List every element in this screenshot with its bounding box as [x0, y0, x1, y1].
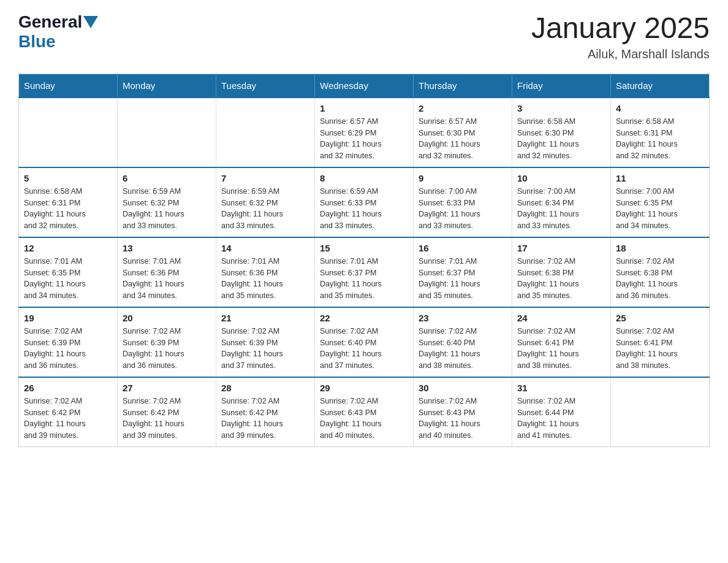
day-info: Sunrise: 6:59 AMSunset: 6:33 PMDaylight:…	[320, 186, 408, 232]
calendar-cell: 21Sunrise: 7:02 AMSunset: 6:39 PMDayligh…	[216, 307, 315, 377]
day-info: Sunrise: 7:02 AMSunset: 6:40 PMDaylight:…	[419, 326, 507, 372]
calendar-cell: 25Sunrise: 7:02 AMSunset: 6:41 PMDayligh…	[611, 307, 710, 377]
calendar-cell: 26Sunrise: 7:02 AMSunset: 6:42 PMDayligh…	[19, 377, 118, 447]
calendar-week-row: 5Sunrise: 6:58 AMSunset: 6:31 PMDaylight…	[19, 167, 710, 237]
calendar-cell: 22Sunrise: 7:02 AMSunset: 6:40 PMDayligh…	[315, 307, 414, 377]
day-info: Sunrise: 6:59 AMSunset: 6:32 PMDaylight:…	[221, 186, 309, 232]
calendar-cell	[216, 98, 315, 167]
day-number: 21	[221, 313, 309, 323]
calendar-cell: 24Sunrise: 7:02 AMSunset: 6:41 PMDayligh…	[512, 307, 611, 377]
day-info: Sunrise: 7:02 AMSunset: 6:43 PMDaylight:…	[419, 396, 507, 442]
day-info: Sunrise: 7:02 AMSunset: 6:39 PMDaylight:…	[24, 326, 112, 372]
calendar-cell: 9Sunrise: 7:00 AMSunset: 6:33 PMDaylight…	[414, 167, 512, 237]
day-of-week-header: Saturday	[611, 74, 710, 98]
calendar-cell: 28Sunrise: 7:02 AMSunset: 6:42 PMDayligh…	[216, 377, 315, 447]
calendar-cell: 17Sunrise: 7:02 AMSunset: 6:38 PMDayligh…	[512, 237, 611, 307]
day-info: Sunrise: 7:02 AMSunset: 6:42 PMDaylight:…	[24, 396, 112, 442]
calendar-cell: 19Sunrise: 7:02 AMSunset: 6:39 PMDayligh…	[19, 307, 118, 377]
calendar-cell: 15Sunrise: 7:01 AMSunset: 6:37 PMDayligh…	[315, 237, 414, 307]
day-number: 28	[221, 383, 309, 393]
calendar-cell: 14Sunrise: 7:01 AMSunset: 6:36 PMDayligh…	[216, 237, 315, 307]
day-info: Sunrise: 6:59 AMSunset: 6:32 PMDaylight:…	[123, 186, 211, 232]
calendar-week-row: 19Sunrise: 7:02 AMSunset: 6:39 PMDayligh…	[19, 307, 710, 377]
calendar-cell: 18Sunrise: 7:02 AMSunset: 6:38 PMDayligh…	[611, 237, 710, 307]
calendar-table: SundayMondayTuesdayWednesdayThursdayFrid…	[18, 74, 710, 447]
calendar-cell: 16Sunrise: 7:01 AMSunset: 6:37 PMDayligh…	[414, 237, 512, 307]
calendar-cell: 6Sunrise: 6:59 AMSunset: 6:32 PMDaylight…	[118, 167, 216, 237]
calendar-title: January 2025	[531, 12, 710, 45]
calendar-week-row: 26Sunrise: 7:02 AMSunset: 6:42 PMDayligh…	[19, 377, 710, 447]
calendar-cell: 2Sunrise: 6:57 AMSunset: 6:30 PMDaylight…	[414, 98, 512, 167]
day-number: 24	[517, 313, 605, 323]
calendar-cell: 3Sunrise: 6:58 AMSunset: 6:30 PMDaylight…	[512, 98, 611, 167]
day-info: Sunrise: 7:00 AMSunset: 6:33 PMDaylight:…	[419, 186, 507, 232]
day-info: Sunrise: 7:02 AMSunset: 6:38 PMDaylight:…	[517, 256, 605, 302]
calendar-cell: 8Sunrise: 6:59 AMSunset: 6:33 PMDaylight…	[315, 167, 414, 237]
day-number: 3	[517, 103, 605, 113]
day-info: Sunrise: 7:02 AMSunset: 6:39 PMDaylight:…	[221, 326, 309, 372]
day-of-week-header: Wednesday	[315, 74, 414, 98]
day-number: 6	[123, 173, 211, 183]
calendar-week-row: 12Sunrise: 7:01 AMSunset: 6:35 PMDayligh…	[19, 237, 710, 307]
logo-triangle-icon	[83, 16, 98, 28]
logo-general-text: General	[18, 12, 82, 32]
day-number: 1	[320, 103, 408, 113]
day-number: 5	[24, 173, 112, 183]
day-number: 4	[616, 103, 704, 113]
day-info: Sunrise: 6:57 AMSunset: 6:30 PMDaylight:…	[419, 116, 507, 162]
day-of-week-header: Thursday	[414, 74, 512, 98]
calendar-body: 1Sunrise: 6:57 AMSunset: 6:29 PMDaylight…	[19, 98, 710, 447]
calendar-subtitle: Ailuk, Marshall Islands	[531, 47, 710, 61]
day-number: 18	[616, 243, 704, 253]
day-of-week-header: Friday	[512, 74, 611, 98]
logo-blue-text: Blue	[18, 32, 56, 51]
calendar-cell: 10Sunrise: 7:00 AMSunset: 6:34 PMDayligh…	[512, 167, 611, 237]
days-of-week-row: SundayMondayTuesdayWednesdayThursdayFrid…	[19, 74, 710, 98]
day-number: 19	[24, 313, 112, 323]
day-number: 30	[419, 383, 507, 393]
calendar-header: SundayMondayTuesdayWednesdayThursdayFrid…	[19, 74, 710, 98]
calendar-cell: 7Sunrise: 6:59 AMSunset: 6:32 PMDaylight…	[216, 167, 315, 237]
day-number: 9	[419, 173, 507, 183]
title-section: January 2025 Ailuk, Marshall Islands	[531, 12, 710, 61]
calendar-cell: 11Sunrise: 7:00 AMSunset: 6:35 PMDayligh…	[611, 167, 710, 237]
day-number: 29	[320, 383, 408, 393]
day-number: 17	[517, 243, 605, 253]
logo: General Blue	[18, 12, 99, 52]
day-info: Sunrise: 7:02 AMSunset: 6:42 PMDaylight:…	[123, 396, 211, 442]
day-info: Sunrise: 7:00 AMSunset: 6:35 PMDaylight:…	[616, 186, 704, 232]
day-number: 20	[123, 313, 211, 323]
day-number: 15	[320, 243, 408, 253]
day-number: 27	[123, 383, 211, 393]
day-info: Sunrise: 6:58 AMSunset: 6:31 PMDaylight:…	[616, 116, 704, 162]
calendar-cell	[19, 98, 118, 167]
day-info: Sunrise: 7:01 AMSunset: 6:35 PMDaylight:…	[24, 256, 112, 302]
calendar-cell: 20Sunrise: 7:02 AMSunset: 6:39 PMDayligh…	[118, 307, 216, 377]
calendar-cell: 12Sunrise: 7:01 AMSunset: 6:35 PMDayligh…	[19, 237, 118, 307]
day-number: 23	[419, 313, 507, 323]
day-number: 10	[517, 173, 605, 183]
day-info: Sunrise: 7:01 AMSunset: 6:37 PMDaylight:…	[419, 256, 507, 302]
day-number: 11	[616, 173, 704, 183]
day-info: Sunrise: 7:00 AMSunset: 6:34 PMDaylight:…	[517, 186, 605, 232]
day-of-week-header: Sunday	[19, 74, 118, 98]
day-number: 31	[517, 383, 605, 393]
calendar-cell: 30Sunrise: 7:02 AMSunset: 6:43 PMDayligh…	[414, 377, 512, 447]
day-info: Sunrise: 7:01 AMSunset: 6:37 PMDaylight:…	[320, 256, 408, 302]
day-number: 13	[123, 243, 211, 253]
calendar-cell: 27Sunrise: 7:02 AMSunset: 6:42 PMDayligh…	[118, 377, 216, 447]
day-number: 26	[24, 383, 112, 393]
header: General Blue January 2025 Ailuk, Marshal…	[18, 12, 710, 61]
day-info: Sunrise: 7:02 AMSunset: 6:41 PMDaylight:…	[616, 326, 704, 372]
day-info: Sunrise: 7:02 AMSunset: 6:42 PMDaylight:…	[221, 396, 309, 442]
calendar-cell: 29Sunrise: 7:02 AMSunset: 6:43 PMDayligh…	[315, 377, 414, 447]
calendar-cell: 5Sunrise: 6:58 AMSunset: 6:31 PMDaylight…	[19, 167, 118, 237]
day-info: Sunrise: 7:02 AMSunset: 6:40 PMDaylight:…	[320, 326, 408, 372]
day-number: 8	[320, 173, 408, 183]
calendar-cell	[118, 98, 216, 167]
day-info: Sunrise: 7:02 AMSunset: 6:38 PMDaylight:…	[616, 256, 704, 302]
day-info: Sunrise: 7:02 AMSunset: 6:44 PMDaylight:…	[517, 396, 605, 442]
day-info: Sunrise: 6:58 AMSunset: 6:31 PMDaylight:…	[24, 186, 112, 232]
day-number: 7	[221, 173, 309, 183]
calendar-cell: 23Sunrise: 7:02 AMSunset: 6:40 PMDayligh…	[414, 307, 512, 377]
